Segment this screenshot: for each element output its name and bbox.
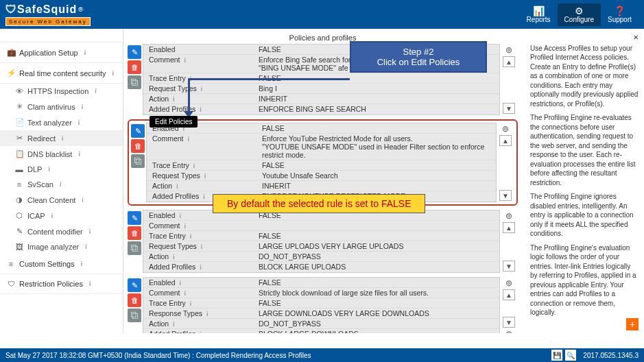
nav-reports[interactable]: 📊 Reports	[520, 3, 558, 26]
delete-button[interactable]: 🗑	[131, 139, 145, 153]
edit-button[interactable]: ✎	[128, 278, 141, 292]
delete-button[interactable]: 🗑	[128, 293, 141, 307]
sidebar-item-icap[interactable]: ⬡ICAPi	[0, 208, 123, 224]
sidebar-item-dnsbl[interactable]: 📋DNS blacklisti	[0, 146, 123, 162]
edit-button[interactable]: ✎	[128, 45, 141, 59]
sidebar-item-text[interactable]: 📄Text analyzeri	[0, 114, 123, 130]
sidebar-item-https[interactable]: 👁HTTPS Inspectioni	[0, 84, 123, 99]
info-icon: i	[173, 321, 175, 328]
sidebar-item-clean[interactable]: ◑Clean Contenti	[0, 192, 123, 208]
delete-button[interactable]: 🗑	[128, 60, 141, 74]
info-icon: i	[173, 96, 175, 103]
sidebar-item-img[interactable]: 🖼Image analyzeri	[0, 239, 123, 254]
sidebar-item-label: Clean Content	[27, 196, 75, 204]
clone-button[interactable]: ⿻	[128, 75, 141, 89]
field-label-comment: Comment	[152, 134, 184, 143]
sidebar-group-custom[interactable]: ≡ Custom Settings i	[0, 254, 123, 274]
info-icon: i	[200, 106, 202, 113]
info-icon: i	[176, 183, 178, 190]
info-icon: i	[60, 181, 62, 188]
move-down-button[interactable]: ▼	[503, 317, 515, 328]
sidebar-item-label: Image analyzer	[27, 243, 79, 251]
sidebar-item-svscan[interactable]: ≡SvScani	[0, 177, 123, 192]
info-icon: i	[78, 119, 80, 126]
support-icon: ❓	[608, 6, 632, 16]
main-area: 💼 Application Setup i ⚡ Real time conten…	[0, 29, 644, 333]
edit-button[interactable]: ✎	[128, 211, 141, 225]
field-value: FALSE	[257, 160, 496, 170]
sidebar: 💼 Application Setup i ⚡ Real time conten…	[0, 29, 123, 333]
clone-button[interactable]: ⿻	[128, 309, 141, 322]
sidebar-item-clam[interactable]: ✳Clam antivirusi	[0, 99, 123, 114]
status-bar: Sat May 27 2017 18:32:08 GMT+0530 (India…	[0, 348, 644, 362]
gear-icon[interactable]: ⊚	[505, 45, 512, 55]
move-up-button[interactable]: ▲	[503, 56, 515, 67]
move-down-button[interactable]: ▼	[499, 190, 512, 201]
clone-button[interactable]: ⿻	[131, 154, 145, 168]
brand-shield-icon: 🛡	[5, 3, 17, 16]
field-label-action: Action	[152, 182, 172, 190]
info-icon: i	[48, 166, 50, 173]
field-value: FALSE	[257, 123, 496, 133]
sidebar-item-label: Clam antivirus	[27, 103, 75, 111]
sidebar-group-rtcs[interactable]: ⚡ Real time content security i	[0, 63, 123, 84]
text-icon: 📄	[15, 118, 23, 127]
delete-button[interactable]: 🗑	[128, 226, 141, 240]
save-icon[interactable]: 💾	[551, 350, 562, 361]
rule-block: ✎ 🗑 ⿻ Enabled iFALSE Comment iStrictly b…	[128, 277, 518, 333]
field-value: DO_NOT_BYPASS	[253, 252, 499, 261]
close-icon[interactable]: ✕	[633, 34, 639, 41]
info-icon: i	[89, 280, 91, 287]
search-icon[interactable]: 🔍	[565, 350, 576, 361]
eye-icon: 👁	[15, 87, 23, 95]
field-label-restypes: Response Types	[149, 309, 202, 317]
help-panel: ✕ Use Access Profiles to setup your Prof…	[525, 29, 644, 333]
move-up-button[interactable]: ▲	[499, 135, 512, 146]
sidebar-item-label: Text analyzer	[27, 119, 72, 127]
bolt-icon: ⚡	[7, 69, 15, 77]
move-down-button[interactable]: ▼	[503, 261, 515, 272]
field-label-action: Action	[149, 319, 169, 328]
gear-icon[interactable]: ⊚	[505, 329, 512, 333]
gear-icon[interactable]: ⊚	[505, 211, 512, 221]
sidebar-group-app-setup[interactable]: 💼 Application Setup i	[0, 43, 123, 63]
shield2-icon: 🛡	[7, 280, 15, 288]
field-value: Strictly block download of large size fi…	[253, 288, 499, 298]
sidebar-group-restriction[interactable]: 🛡 Restriction Policies i	[0, 274, 123, 294]
highlighted-rule-outline: ✎ 🗑 ⿻ Enabled iFALSE Comment iEnforce Yo…	[128, 119, 518, 206]
info-icon: i	[200, 331, 202, 333]
gear-icon[interactable]: ⊚	[505, 278, 512, 288]
default-false-note: By default the selected rule is set to F…	[213, 194, 425, 213]
field-label-trace: Trace Entry	[149, 74, 186, 82]
gear-icon[interactable]: ⊚	[502, 124, 509, 134]
sidebar-label: Application Setup	[19, 49, 78, 57]
nav-configure-label: Configure	[564, 16, 594, 23]
info-icon: i	[204, 173, 206, 180]
sidebar-item-redirect[interactable]: ✂Redirecti	[0, 130, 123, 146]
sliders-icon: ≡	[7, 260, 15, 268]
nav-support[interactable]: ❓ Support	[601, 3, 639, 26]
clone-button[interactable]: ⿻	[128, 241, 141, 255]
pencil-icon: ✎	[15, 227, 23, 236]
field-label-action: Action	[149, 252, 169, 261]
edit-button[interactable]: ✎	[131, 124, 145, 138]
top-nav: 📊 Reports ⚙ Configure ❓ Support	[520, 3, 639, 26]
info-icon: i	[190, 300, 192, 307]
info-icon: i	[184, 223, 186, 230]
move-up-button[interactable]: ▲	[503, 289, 515, 300]
image-icon: 🖼	[15, 243, 23, 251]
edit-policies-tooltip: Edit Policies	[150, 116, 198, 128]
sidebar-item-cmod[interactable]: ✎Content modifieri	[0, 224, 123, 239]
field-label-reqtypes: Request Types	[149, 242, 197, 250]
nav-configure[interactable]: ⚙ Configure	[558, 3, 601, 26]
sidebar-item-dlp[interactable]: ▬DLPi	[0, 162, 123, 177]
field-label-comment: Comment	[149, 221, 180, 230]
info-icon: i	[95, 88, 97, 95]
move-down-button[interactable]: ▼	[503, 103, 515, 114]
info-icon: i	[201, 243, 203, 250]
info-icon: i	[84, 49, 86, 56]
info-icon: i	[206, 311, 208, 317]
move-up-button[interactable]: ▲	[503, 222, 515, 233]
info-icon: i	[179, 213, 181, 219]
list-icon: 📋	[15, 149, 23, 158]
